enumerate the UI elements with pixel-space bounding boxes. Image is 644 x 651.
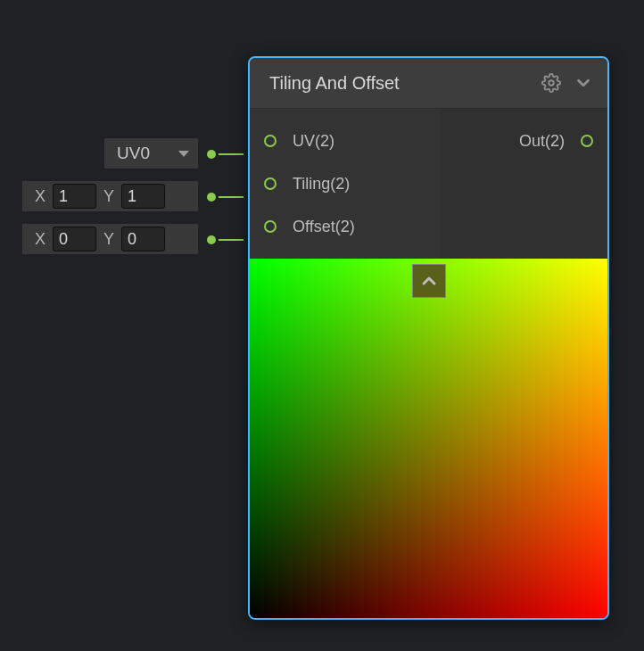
input-port-label: Offset(2) (293, 218, 355, 236)
connector-dot-icon (207, 150, 216, 159)
node-inputs: UV(2) Tiling(2) Offset(2) (250, 109, 440, 259)
input-port-offset[interactable]: Offset(2) (250, 205, 440, 248)
uv-gradient-preview (250, 259, 607, 618)
tiling-vector2-input: X 1 Y 1 (22, 181, 198, 211)
node-preview (250, 259, 607, 618)
connector-line (219, 239, 244, 241)
uv-dropdown[interactable]: UV0 (104, 138, 198, 169)
offset-x-label: X (35, 230, 45, 249)
tiling-x-label: X (35, 187, 45, 206)
tiling-and-offset-node[interactable]: Tiling And Offset UV(2) (248, 56, 609, 620)
gear-icon[interactable] (541, 73, 561, 93)
node-outputs: Out(2) (440, 109, 607, 259)
port-circle-icon[interactable] (264, 135, 277, 147)
offset-vector2-input: X 0 Y 0 (22, 224, 198, 254)
connector-line (219, 153, 244, 155)
input-port-label: UV(2) (293, 132, 334, 151)
connector-uv[interactable] (207, 148, 244, 161)
port-circle-icon[interactable] (264, 220, 277, 233)
connector-tiling[interactable] (207, 191, 244, 203)
chevron-up-icon (418, 270, 440, 292)
connector-offset[interactable] (207, 234, 244, 246)
tiling-y-label: Y (103, 187, 114, 206)
input-port-tiling[interactable]: Tiling(2) (250, 162, 440, 205)
tiling-x-field[interactable]: 1 (53, 184, 96, 209)
chevron-down-icon[interactable] (574, 73, 593, 93)
connector-dot-icon (207, 193, 216, 202)
output-port-label: Out(2) (519, 132, 565, 151)
connector-dot-icon (207, 235, 216, 244)
node-header[interactable]: Tiling And Offset (250, 58, 607, 108)
collapse-preview-button[interactable] (412, 264, 446, 298)
offset-x-field[interactable]: 0 (53, 227, 96, 251)
output-port-out[interactable]: Out(2) (440, 119, 607, 162)
input-port-label: Tiling(2) (293, 175, 350, 194)
connector-line (219, 196, 244, 198)
svg-point-0 (549, 80, 554, 86)
tiling-y-field[interactable]: 1 (121, 184, 165, 209)
offset-y-label: Y (103, 230, 114, 249)
offset-y-field[interactable]: 0 (121, 227, 165, 251)
uv-dropdown-label: UV0 (117, 144, 150, 163)
graph-canvas[interactable]: UV0 X 1 Y 1 X 0 Y 0 Tiling And Offset (0, 0, 644, 651)
input-port-uv[interactable]: UV(2) (250, 119, 440, 162)
port-circle-icon[interactable] (264, 177, 277, 190)
dropdown-triangle-icon (178, 151, 189, 157)
node-title: Tiling And Offset (269, 73, 529, 94)
node-body: UV(2) Tiling(2) Offset(2) Out(2) (250, 108, 607, 259)
port-circle-icon[interactable] (581, 135, 593, 147)
